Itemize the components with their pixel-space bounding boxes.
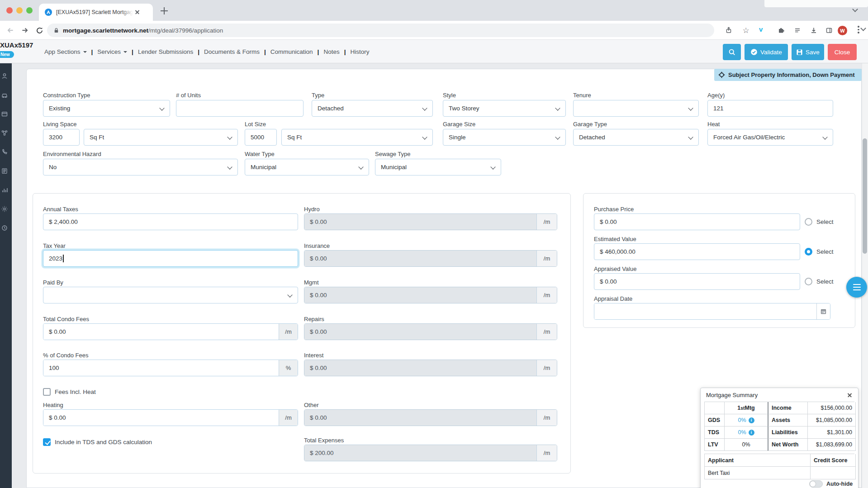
address-bar[interactable]: mortgage.scarlettnetwork.net/mtg/deal/37… xyxy=(47,24,714,37)
card-icon[interactable] xyxy=(1,110,8,118)
total-expenses-value: $ 200.00 xyxy=(310,450,334,456)
sewage-type-select[interactable]: Municipal xyxy=(375,159,501,175)
extensions-puzzle-icon[interactable] xyxy=(775,24,787,36)
validate-button[interactable]: Validate xyxy=(745,44,788,60)
garage-size-select[interactable]: Single xyxy=(443,129,566,146)
new-tab-button[interactable] xyxy=(160,7,168,15)
gds-label: GDS xyxy=(705,414,725,426)
total-expenses-input-group: $ 200.00/m xyxy=(304,445,557,461)
browser-tab[interactable]: [EXUAx5197] Scarlett Mortgag xyxy=(39,4,153,21)
tax-year-value: 2023 xyxy=(49,255,62,262)
forward-button[interactable] xyxy=(19,24,31,36)
bookmark-star-icon[interactable]: ☆ xyxy=(740,24,752,36)
quick-menu-fab[interactable] xyxy=(846,277,867,298)
nav-services[interactable]: Services xyxy=(97,48,127,55)
nav-history[interactable]: History xyxy=(350,48,369,55)
purchase-price-value: $ 0.00 xyxy=(600,218,617,225)
scrollbar-thumb[interactable] xyxy=(863,138,867,254)
phone-icon[interactable] xyxy=(1,148,8,156)
nav-documents-forms-label: Documents & Forms xyxy=(204,48,260,55)
back-button[interactable] xyxy=(5,24,16,36)
summary-close-icon[interactable] xyxy=(847,392,853,398)
appraisal-date-input[interactable] xyxy=(594,303,816,319)
estimated-value-select-radio[interactable] xyxy=(805,248,812,256)
window-close-button[interactable] xyxy=(6,7,13,14)
pct-condo-fees-input[interactable]: 100 xyxy=(43,360,279,376)
nav-notes[interactable]: Notes xyxy=(323,48,339,55)
hydro-label: Hydro xyxy=(304,206,320,213)
type-select[interactable]: Detached xyxy=(312,100,433,117)
tax-year-input[interactable]: 2023 xyxy=(43,250,298,267)
floppy-save-icon xyxy=(796,49,803,56)
construction-type-select[interactable]: Existing xyxy=(43,100,170,117)
interest-input: $ 0.00 xyxy=(304,360,536,376)
mgmt-input-group: $ 0.00/m xyxy=(304,287,557,303)
reading-list-icon[interactable] xyxy=(792,24,803,36)
nav-communication[interactable]: Communication xyxy=(270,48,313,55)
network-icon[interactable] xyxy=(1,129,8,137)
environmental-hazard-select[interactable]: No xyxy=(43,159,238,175)
lot-size-input[interactable]: 5000 xyxy=(245,129,277,146)
caret-down-icon xyxy=(123,51,127,53)
close-button[interactable]: Close xyxy=(828,44,857,60)
lot-size-unit-select[interactable]: Sq Ft xyxy=(281,129,433,146)
purchase-price-select-radio[interactable] xyxy=(805,218,812,226)
appraisal-date-input-group[interactable] xyxy=(594,303,830,320)
living-space-input[interactable]: 3200 xyxy=(43,129,80,146)
style-select[interactable]: Two Storey xyxy=(443,100,566,117)
tab-close-icon[interactable] xyxy=(134,9,141,16)
annual-taxes-input[interactable]: $ 2,400.00 xyxy=(43,213,298,230)
appraised-value-select-radio[interactable] xyxy=(805,278,812,285)
water-type-select[interactable]: Municipal xyxy=(245,159,369,175)
clock-icon[interactable] xyxy=(1,224,8,232)
garage-type-select[interactable]: Detached xyxy=(573,129,699,146)
gear-icon[interactable] xyxy=(1,205,8,213)
side-panel-button[interactable] xyxy=(823,24,835,36)
chart-icon[interactable] xyxy=(1,186,8,194)
auto-hide-toggle[interactable] xyxy=(809,480,823,488)
pct-condo-fees-input-group[interactable]: 100% xyxy=(43,360,298,376)
heat-label: Heat xyxy=(707,121,720,128)
heating-input[interactable]: $ 0.00 xyxy=(43,410,279,426)
fees-incl-heat-checkbox[interactable] xyxy=(43,388,51,396)
person-icon[interactable] xyxy=(1,72,8,80)
profile-avatar[interactable]: W xyxy=(838,26,847,35)
info-icon[interactable]: i xyxy=(749,417,754,423)
search-button[interactable] xyxy=(723,44,741,60)
extension-v-icon[interactable]: v xyxy=(759,25,763,33)
include-tds-gds-checkbox[interactable] xyxy=(43,438,51,446)
paid-by-select[interactable] xyxy=(43,287,298,303)
tab-search-chevron-icon[interactable] xyxy=(852,6,858,12)
window-minimize-button[interactable] xyxy=(16,7,23,14)
save-button[interactable]: Save xyxy=(792,44,824,60)
nav-app-sections[interactable]: App Sections xyxy=(44,48,87,55)
nav-documents-forms[interactable]: Documents & Forms xyxy=(204,48,260,55)
heat-select[interactable]: Forced Air Gas/Oil/Electric xyxy=(707,129,833,146)
total-condo-fees-input-group[interactable]: $ 0.00/m xyxy=(43,323,298,340)
per-month-suffix: /m xyxy=(536,324,557,340)
units-input[interactable] xyxy=(176,100,304,117)
list-icon[interactable] xyxy=(1,167,8,175)
vehicle-icon[interactable] xyxy=(1,91,8,99)
page-scrollbar[interactable] xyxy=(862,63,868,488)
heating-input-group[interactable]: $ 0.00/m xyxy=(43,409,298,426)
mgmt-input: $ 0.00 xyxy=(304,287,536,303)
browser-menu-icon[interactable] xyxy=(858,26,859,35)
age-input[interactable]: 121 xyxy=(707,100,833,117)
calendar-button[interactable] xyxy=(816,303,830,319)
info-icon[interactable]: i xyxy=(749,430,754,436)
income-label: Income xyxy=(768,402,808,414)
section-tag[interactable]: Subject Property Information, Down Payme… xyxy=(714,69,862,81)
estimated-value-input[interactable]: $ 460,000.00 xyxy=(594,243,800,260)
downloads-button[interactable] xyxy=(808,24,820,36)
tenure-select[interactable] xyxy=(573,100,699,117)
share-button[interactable] xyxy=(723,24,735,36)
purchase-price-input[interactable]: $ 0.00 xyxy=(594,213,800,230)
nav-lender-submissions[interactable]: Lender Submissions xyxy=(138,48,193,55)
appraised-value-input[interactable]: $ 0.00 xyxy=(594,273,800,290)
other-value: $ 0.00 xyxy=(310,414,327,421)
window-zoom-button[interactable] xyxy=(26,7,33,14)
living-space-unit-select[interactable]: Sq Ft xyxy=(84,129,238,146)
reload-button[interactable] xyxy=(33,24,45,36)
total-condo-fees-input[interactable]: $ 0.00 xyxy=(43,324,279,340)
